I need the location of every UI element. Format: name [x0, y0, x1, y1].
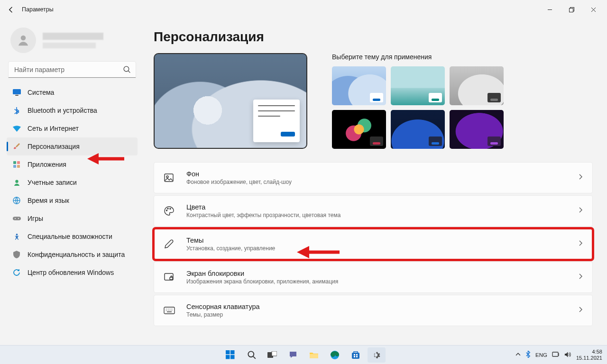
theme-tile[interactable]: [391, 110, 445, 149]
tray-chevron-icon[interactable]: [515, 352, 521, 358]
maximize-button[interactable]: [561, 2, 582, 17]
taskbar-explorer[interactable]: [305, 347, 323, 363]
nav-privacy[interactable]: Конфиденциальность и защита: [7, 246, 138, 264]
svg-point-14: [18, 218, 18, 219]
theme-tile[interactable]: [332, 110, 386, 149]
tray-time: 4:58: [576, 349, 602, 355]
svg-rect-8: [13, 165, 16, 168]
option-colors[interactable]: ЦветаКонтрастный цвет, эффекты прозрачно…: [154, 195, 593, 227]
theme-tile[interactable]: [391, 66, 445, 105]
option-desc: Темы, размер: [186, 311, 260, 318]
nav-bluetooth[interactable]: Bluetooth и устройства: [7, 101, 138, 119]
option-lockscreen[interactable]: Экран блокировкиИзображения экрана блоки…: [154, 262, 593, 293]
option-title: Цвета: [186, 203, 340, 211]
svg-rect-26: [226, 355, 230, 359]
search-icon: [123, 65, 131, 75]
close-button[interactable]: [582, 2, 604, 17]
svg-rect-16: [165, 174, 173, 182]
nav-accounts[interactable]: Учетные записи: [7, 173, 138, 191]
svg-rect-34: [354, 354, 355, 355]
nav-label: Персонализация: [28, 143, 80, 150]
theme-grid: [332, 66, 504, 149]
search-input[interactable]: [9, 62, 136, 78]
nav-gaming[interactable]: Игры: [7, 209, 138, 228]
gamepad-icon: [12, 214, 21, 223]
taskbar-center: [221, 347, 386, 363]
minimize-button[interactable]: [539, 2, 561, 17]
nav-label: Учетные записи: [28, 179, 77, 186]
apps-icon: [12, 160, 21, 169]
page-title: Персонализация: [154, 29, 593, 45]
content: Персонализация Выберите тему для примене…: [142, 19, 607, 345]
svg-rect-7: [17, 161, 20, 164]
svg-rect-12: [13, 217, 21, 220]
tray-volume-icon[interactable]: [564, 351, 571, 359]
option-themes[interactable]: ТемыУстановка, создание, управление: [154, 228, 593, 260]
option-desc: Изображения экрана блокировки, приложени…: [186, 278, 338, 285]
taskbar-search[interactable]: [242, 347, 260, 363]
theme-tile[interactable]: [450, 66, 504, 105]
chevron-right-icon: [578, 306, 583, 315]
svg-point-20: [170, 208, 171, 209]
svg-rect-38: [552, 352, 558, 356]
nav-label: Игры: [28, 215, 43, 222]
svg-point-13: [15, 218, 16, 219]
nav-network[interactable]: Сеть и Интернет: [7, 119, 138, 137]
option-title: Фон: [186, 170, 292, 178]
account-text: [43, 33, 103, 48]
svg-point-15: [16, 233, 18, 235]
theme-tile[interactable]: [332, 66, 386, 105]
themes-heading: Выберите тему для применения: [332, 53, 504, 61]
svg-point-17: [166, 176, 168, 178]
nav-accessibility[interactable]: Специальные возможности: [7, 228, 138, 246]
nav-label: Bluetooth и устройства: [28, 107, 97, 114]
svg-rect-33: [352, 353, 359, 359]
taskbar-taskview[interactable]: [263, 347, 281, 363]
nav-label: Приложения: [28, 161, 66, 168]
tray-network-icon[interactable]: [552, 351, 560, 359]
tray-bluetooth-icon[interactable]: [525, 351, 531, 359]
option-title: Темы: [186, 237, 275, 244]
svg-rect-1: [569, 8, 573, 12]
nav-system[interactable]: Система: [7, 83, 138, 101]
titlebar: Параметры: [0, 0, 607, 19]
taskbar-edge[interactable]: [326, 347, 344, 363]
svg-point-28: [248, 351, 254, 357]
tray-language[interactable]: ENG: [535, 352, 547, 358]
nav-personalization[interactable]: Персонализация: [7, 137, 138, 155]
accessibility-icon: [12, 232, 21, 241]
search-box[interactable]: [9, 62, 136, 78]
window-title: Параметры: [22, 6, 54, 13]
start-button[interactable]: [221, 347, 239, 363]
brush-icon: [12, 142, 21, 151]
taskbar-settings[interactable]: [368, 347, 386, 363]
tray-clock[interactable]: 4:58 15.11.2021: [576, 349, 602, 361]
nav-label: Центр обновления Windows: [28, 269, 114, 276]
keyboard-icon: [164, 306, 178, 315]
svg-rect-4: [13, 89, 21, 94]
chevron-right-icon: [578, 240, 583, 248]
nav-windows-update[interactable]: Центр обновления Windows: [7, 264, 138, 282]
option-background[interactable]: ФонФоновое изображение, цвет, слайд-шоу: [154, 162, 593, 193]
bluetooth-icon: [12, 106, 21, 115]
svg-point-10: [15, 180, 18, 182]
nav-time-language[interactable]: Время и язык: [7, 191, 138, 209]
nav-apps[interactable]: Приложения: [7, 155, 138, 173]
image-icon: [164, 173, 178, 183]
option-touch-keyboard[interactable]: Сенсорная клавиатураТемы, размер: [154, 295, 593, 326]
theme-tile[interactable]: [450, 110, 504, 149]
svg-rect-25: [230, 350, 235, 355]
svg-rect-6: [13, 161, 16, 164]
taskbar-chat[interactable]: [284, 347, 302, 363]
account-block[interactable]: [7, 22, 138, 62]
back-button[interactable]: [3, 1, 19, 18]
taskbar-store[interactable]: [347, 347, 365, 363]
option-title: Сенсорная клавиатура: [186, 303, 260, 310]
shield-icon: [12, 250, 21, 259]
taskbar-right: ENG 4:58 15.11.2021: [515, 349, 607, 361]
nav-label: Сеть и Интернет: [28, 125, 79, 132]
svg-rect-9: [17, 165, 20, 168]
globe-icon: [12, 196, 21, 205]
desktop-preview: [154, 53, 307, 149]
nav-label: Специальные возможности: [28, 233, 112, 240]
